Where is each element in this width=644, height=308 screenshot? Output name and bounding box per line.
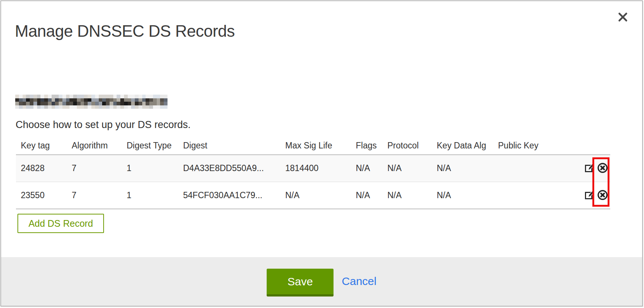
delete-circle-x-icon (597, 190, 608, 201)
col-header-digest-type: Digest Type (122, 137, 178, 155)
edit-icon (585, 163, 595, 174)
cell-protocol: N/A (383, 155, 432, 182)
add-ds-record-button[interactable]: Add DS Record (17, 214, 104, 233)
close-icon (617, 11, 629, 24)
cell-key-data-alg: N/A (432, 182, 493, 209)
cell-max-sig-life: 1814400 (280, 155, 351, 182)
cell-actions (579, 155, 610, 182)
col-header-public-key: Public Key (493, 137, 579, 155)
cell-flags: N/A (351, 182, 383, 209)
col-header-algorithm: Algorithm (67, 137, 122, 155)
cell-protocol: N/A (383, 182, 432, 209)
save-button[interactable]: Save (267, 269, 334, 296)
cell-flags: N/A (351, 155, 383, 182)
cell-digest: 54FCF030AA1C79... (178, 182, 280, 209)
cell-key-tag: 23550 (16, 182, 67, 209)
table-header-row: Key tag Algorithm Digest Type Digest Max… (16, 137, 610, 155)
delete-record-button[interactable] (597, 163, 608, 174)
cell-algorithm: 7 (67, 155, 122, 182)
cell-max-sig-life: N/A (280, 182, 351, 209)
dialog-footer: Save Cancel (1, 257, 642, 306)
cell-digest-type: 1 (122, 182, 178, 209)
delete-record-button[interactable] (597, 190, 608, 201)
cancel-link[interactable]: Cancel (342, 275, 376, 288)
cell-public-key (493, 182, 579, 209)
col-header-flags: Flags (351, 137, 383, 155)
cell-key-tag: 24828 (16, 155, 67, 182)
edit-record-button[interactable] (585, 163, 595, 174)
table-row: 24828 7 1 D4A33E8DD550A9... 1814400 N/A … (16, 155, 610, 182)
edit-record-button[interactable] (585, 190, 595, 201)
cell-actions (579, 182, 610, 209)
redacted-domain-name (15, 95, 167, 109)
manage-dnssec-dialog: Manage DNSSEC DS Records Choose how to s… (0, 0, 643, 307)
col-header-actions (579, 137, 610, 155)
cell-public-key (493, 155, 579, 182)
ds-records-table: Key tag Algorithm Digest Type Digest Max… (16, 137, 610, 209)
instruction-text: Choose how to set up your DS records. (16, 119, 191, 131)
col-header-protocol: Protocol (383, 137, 432, 155)
delete-circle-x-icon (597, 163, 608, 174)
cell-digest-type: 1 (122, 155, 178, 182)
edit-icon (585, 190, 595, 201)
dialog-title: Manage DNSSEC DS Records (15, 22, 235, 40)
close-button[interactable] (614, 9, 632, 26)
col-header-digest: Digest (178, 137, 280, 155)
col-header-key-data-alg: Key Data Alg (432, 137, 493, 155)
cell-algorithm: 7 (67, 182, 122, 209)
col-header-key-tag: Key tag (16, 137, 67, 155)
cell-digest: D4A33E8DD550A9... (178, 155, 280, 182)
col-header-max-sig-life: Max Sig Life (280, 137, 351, 155)
table-row: 23550 7 1 54FCF030AA1C79... N/A N/A N/A … (16, 182, 610, 209)
cell-key-data-alg: N/A (432, 155, 493, 182)
